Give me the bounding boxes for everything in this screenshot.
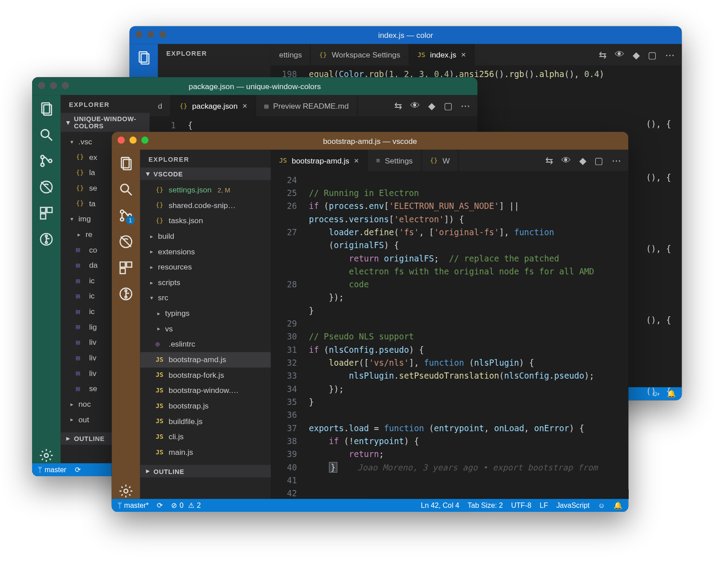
svg-rect-30 (127, 262, 132, 267)
git-icon[interactable] (39, 232, 54, 247)
tab[interactable]: JSindex.js× (409, 44, 475, 65)
tree-row[interactable]: cli.js (140, 429, 271, 445)
tree-row[interactable]: bootstrap-window.… (140, 383, 271, 399)
tab-action-icon[interactable]: ⇆ (545, 155, 553, 166)
tree-row[interactable]: ▸scripts (140, 275, 271, 290)
status-problems[interactable]: ⊘ 0 ⚠ 2 (171, 501, 200, 510)
outline-header[interactable]: ▸OUTLINE (140, 465, 271, 478)
tab[interactable]: d (150, 95, 171, 116)
tab-action-icon[interactable]: ▢ (648, 49, 657, 60)
status-eol[interactable]: LF (540, 501, 548, 510)
tree-row[interactable]: main.js (140, 445, 271, 460)
tab-action-icon[interactable]: ▢ (594, 155, 603, 166)
activity-bar: 1 (112, 150, 140, 499)
traffic-lights[interactable] (38, 82, 69, 89)
tree-row[interactable]: ▸build (140, 229, 271, 244)
close-icon[interactable]: × (354, 155, 359, 165)
tree-row[interactable]: settings.json2, M (140, 182, 271, 198)
close-dot[interactable] (135, 31, 143, 38)
status-encoding[interactable]: UTF-8 (511, 501, 531, 510)
status-smile-icon[interactable]: ☺ (598, 501, 605, 510)
tab-bar: ettings{}Workspace SettingsJSindex.js×⇆👁… (271, 44, 682, 65)
git-icon[interactable] (118, 286, 134, 302)
tree-row[interactable]: .eslintrc (140, 337, 271, 352)
titlebar[interactable]: index.js — color (130, 26, 682, 44)
extensions-icon[interactable] (118, 260, 134, 276)
files-icon[interactable] (39, 101, 54, 117)
status-sync-icon[interactable]: ⟳ (75, 466, 81, 474)
files-icon[interactable] (118, 155, 134, 171)
close-dot[interactable] (38, 82, 45, 89)
min-dot[interactable] (50, 82, 57, 89)
tab-action-icon[interactable]: 👁 (410, 100, 420, 111)
tab-action-icon[interactable]: ⋯ (612, 155, 621, 166)
tab-action-icon[interactable]: 👁 (615, 49, 624, 60)
tab-action-icon[interactable]: ◆ (428, 100, 435, 111)
editor-area: JSbootstrap-amd.js×≡Settings{}W⇆👁◆▢⋯ 242… (271, 150, 628, 499)
sidebar-header[interactable]: ▾UNIQUE-WINDOW-COLORS (61, 113, 150, 132)
gear-icon[interactable] (39, 448, 54, 463)
tree-row[interactable]: ▸extensions (140, 244, 271, 260)
tree-row[interactable]: buildfile.js (140, 414, 271, 429)
min-dot[interactable] (130, 137, 137, 144)
sidebar-title: EXPLORER (61, 95, 150, 113)
status-language[interactable]: JavaScript (556, 501, 590, 510)
status-branch[interactable]: ᛘ master (38, 466, 66, 474)
tab[interactable]: {}package.json× (171, 95, 256, 116)
tab[interactable]: {}W (421, 150, 458, 171)
tab-action-icon[interactable]: ▢ (444, 100, 453, 111)
tab-action-icon[interactable]: ⋯ (665, 49, 675, 60)
status-cursor-pos[interactable]: Ln 42, Col 4 (421, 501, 459, 510)
tree-row[interactable]: ▸typings (140, 306, 271, 321)
debug-icon[interactable] (118, 234, 134, 249)
tree-row[interactable]: ▸resources (140, 260, 271, 275)
svg-point-7 (41, 163, 44, 166)
max-dot[interactable] (141, 137, 148, 144)
tab[interactable]: ▤Preview README.md (256, 95, 358, 116)
traffic-lights[interactable] (135, 31, 166, 38)
tree-row[interactable]: ▸vs (140, 321, 271, 337)
search-icon[interactable] (118, 182, 134, 197)
search-icon[interactable] (39, 127, 54, 143)
gear-icon[interactable] (118, 483, 134, 499)
activity-bar (32, 95, 61, 463)
status-bell-icon[interactable]: 🔔 (614, 501, 622, 510)
tree-row[interactable]: tasks.json (140, 213, 271, 229)
tab-action-icon[interactable]: 👁 (561, 155, 571, 166)
max-dot[interactable] (159, 31, 166, 38)
tab-action-icon[interactable]: ⇆ (394, 100, 402, 111)
tab[interactable]: ≡Settings (368, 150, 421, 171)
close-dot[interactable] (118, 137, 125, 144)
close-icon[interactable]: × (461, 50, 466, 59)
tree-row[interactable]: bootstrap.js (140, 398, 271, 414)
tree-row[interactable]: bootstrap-fork.js (140, 368, 271, 383)
tab-action-icon[interactable]: ◆ (633, 49, 640, 60)
sidebar-header[interactable]: ▾VSCODE (140, 167, 271, 180)
tree-row[interactable]: shared.code-snip… (140, 198, 271, 213)
min-dot[interactable] (147, 31, 155, 38)
traffic-lights[interactable] (118, 137, 148, 144)
scm-icon[interactable] (39, 153, 54, 169)
status-branch[interactable]: ᛘ master* (118, 501, 149, 510)
debug-icon[interactable] (39, 180, 54, 195)
titlebar[interactable]: package.json — unique-window-colors (32, 77, 478, 95)
close-icon[interactable]: × (242, 101, 247, 110)
max-dot[interactable] (62, 82, 69, 89)
tree-row[interactable]: ▾src (140, 290, 271, 306)
svg-rect-29 (120, 262, 126, 267)
tab[interactable]: JSbootstrap-amd.js× (271, 150, 368, 171)
tab-action-icon[interactable]: ⋯ (461, 100, 470, 111)
tree-row[interactable]: bootstrap-amd.js (140, 352, 271, 368)
status-sync-icon[interactable]: ⟳ (157, 501, 163, 510)
extensions-icon[interactable] (39, 205, 54, 221)
tab-action-icon[interactable]: ◆ (579, 155, 586, 166)
files-icon[interactable] (136, 50, 151, 65)
titlebar[interactable]: bootstrap-amd.js — vscode (112, 132, 629, 150)
status-tab-size[interactable]: Tab Size: 2 (467, 501, 503, 510)
tab[interactable]: ettings (271, 44, 311, 65)
code[interactable]: // Running in Electronif (process.env['E… (304, 171, 628, 499)
tab-action-icon[interactable]: ⇆ (599, 49, 606, 60)
svg-point-19 (45, 453, 49, 457)
tab[interactable]: {}Workspace Settings (311, 44, 409, 65)
scm-icon[interactable]: 1 (118, 208, 134, 224)
